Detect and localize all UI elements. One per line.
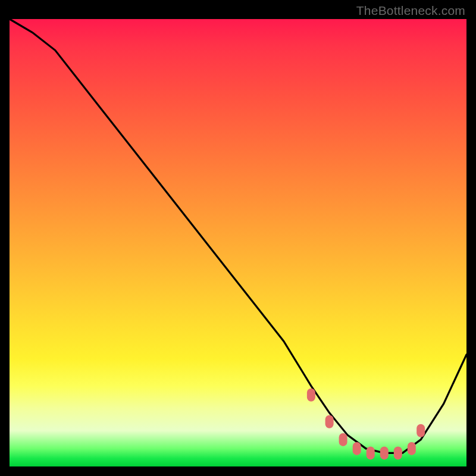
optimal-marker	[416, 424, 425, 437]
optimal-marker	[394, 446, 402, 459]
optimal-marker	[380, 446, 389, 459]
optimal-marker	[307, 389, 315, 402]
optimal-marker	[367, 446, 375, 459]
optimal-marker	[325, 415, 334, 428]
watermark-text: TheBottleneck.com	[356, 4, 465, 18]
bottleneck-curve-line	[10, 19, 466, 453]
optimal-marker	[408, 442, 416, 455]
optimal-marker	[353, 442, 361, 455]
optimal-marker	[339, 433, 347, 446]
plot-area	[10, 19, 466, 466]
bottleneck-chart: TheBottleneck.com	[0, 0, 476, 476]
curve-layer	[10, 19, 466, 466]
